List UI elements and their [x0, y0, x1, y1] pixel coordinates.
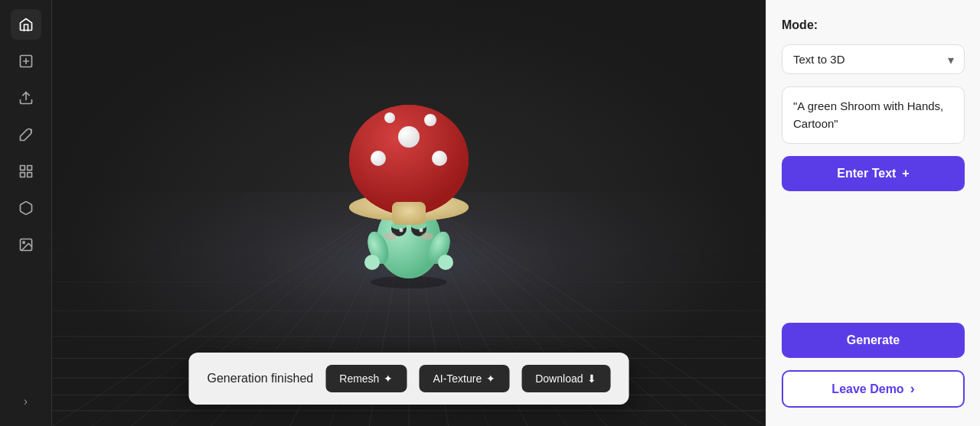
svg-rect-6 — [20, 173, 24, 177]
remesh-button[interactable]: Remesh ✦ — [325, 365, 407, 392]
svg-point-51 — [349, 105, 469, 215]
bottom-action-bar: Generation finished Remesh ✦ AI-Texture … — [189, 353, 629, 405]
svg-point-54 — [432, 151, 447, 166]
svg-point-52 — [398, 126, 420, 148]
sidebar-item-paint[interactable] — [11, 119, 41, 150]
main-viewport: Generation finished Remesh ✦ AI-Texture … — [52, 0, 766, 426]
svg-rect-4 — [20, 166, 24, 171]
remesh-label: Remesh — [339, 372, 379, 385]
sidebar: › — [0, 0, 52, 426]
ai-texture-button[interactable]: AI-Texture ✦ — [419, 365, 509, 392]
leave-demo-label: Leave Demo — [831, 382, 903, 396]
svg-rect-66 — [392, 202, 426, 225]
sidebar-item-gallery[interactable] — [11, 229, 41, 260]
sidebar-item-image-add[interactable] — [11, 46, 41, 76]
generation-status-text: Generation finished — [207, 372, 314, 385]
ai-texture-label: AI-Texture — [433, 372, 482, 385]
svg-rect-7 — [27, 173, 31, 177]
enter-text-button[interactable]: Enter Text + — [782, 156, 965, 191]
mode-label: Mode: — [782, 18, 965, 32]
download-button[interactable]: Download ⬇ — [521, 365, 610, 392]
remesh-sparkle-icon: ✦ — [384, 372, 393, 385]
svg-point-44 — [364, 255, 380, 270]
download-icon: ⬇ — [587, 372, 596, 385]
mode-select[interactable]: Text to 3D Image to 3D — [782, 44, 965, 74]
svg-point-56 — [424, 114, 436, 126]
svg-point-64 — [421, 233, 433, 240]
sidebar-collapse-btn[interactable]: › — [11, 386, 41, 417]
mode-select-wrapper[interactable]: Text to 3D Image to 3D — [782, 44, 965, 74]
enter-text-plus-icon: + — [902, 167, 909, 180]
sidebar-item-home[interactable] — [11, 9, 41, 40]
svg-point-47 — [438, 255, 453, 270]
svg-point-59 — [400, 228, 403, 232]
panel-spacer — [782, 203, 965, 311]
svg-point-9 — [22, 242, 24, 244]
sidebar-item-select[interactable] — [11, 156, 41, 187]
prompt-display[interactable]: "A green Shroom with Hands, Cartoon" — [782, 86, 965, 144]
svg-point-63 — [384, 233, 397, 240]
generate-button[interactable]: Generate — [782, 323, 965, 358]
leave-demo-button[interactable]: Leave Demo › — [782, 370, 965, 408]
svg-rect-5 — [27, 166, 31, 171]
ai-texture-sparkle-icon: ✦ — [486, 372, 495, 385]
download-label: Download — [535, 372, 583, 385]
svg-point-55 — [384, 112, 395, 123]
sidebar-item-3d[interactable] — [11, 193, 41, 223]
svg-point-53 — [371, 151, 386, 166]
leave-demo-chevron-icon: › — [910, 381, 915, 397]
sidebar-item-upload[interactable] — [11, 83, 41, 113]
svg-point-62 — [420, 228, 423, 232]
enter-text-label: Enter Text — [837, 167, 896, 180]
right-panel: Mode: Text to 3D Image to 3D "A green Sh… — [766, 0, 980, 426]
mushroom-character-svg — [325, 76, 493, 290]
3d-model-display — [309, 64, 508, 301]
